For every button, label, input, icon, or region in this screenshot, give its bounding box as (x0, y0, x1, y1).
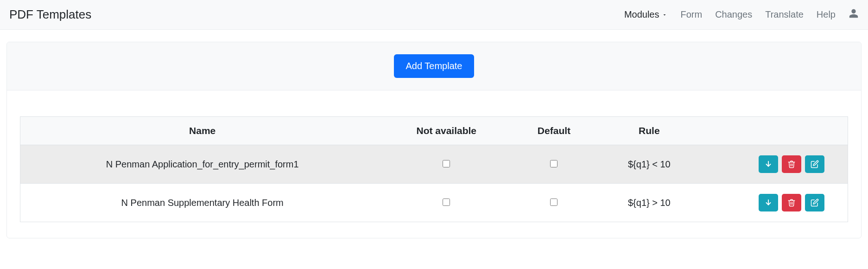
col-header-name: Name (20, 117, 385, 145)
nav-help[interactable]: Help (817, 9, 836, 20)
not-available-checkbox[interactable] (443, 199, 450, 206)
trash-icon (787, 160, 796, 168)
card-body: Name Not available Default Rule N Penman… (7, 90, 861, 238)
cell-actions (699, 145, 848, 184)
row-actions (704, 155, 842, 173)
cell-name: N Penman Application_for_entry_permit_fo… (20, 145, 385, 184)
page-title: PDF Templates (9, 7, 91, 22)
delete-button[interactable] (782, 194, 801, 211)
nav-modules-label: Modules (624, 9, 659, 20)
row-actions (704, 194, 842, 211)
cell-default (508, 184, 599, 222)
topbar: PDF Templates Modules Form Changes Trans… (0, 0, 868, 30)
trash-icon (787, 199, 796, 207)
col-header-not-available: Not available (384, 117, 508, 145)
topbar-nav: Modules Form Changes Translate Help (624, 8, 859, 21)
cell-actions (699, 184, 848, 222)
download-button[interactable] (759, 194, 778, 211)
add-template-button[interactable]: Add Template (394, 54, 475, 78)
cell-not-available (384, 184, 508, 222)
edit-button[interactable] (805, 194, 824, 211)
col-header-actions (699, 117, 848, 145)
nav-changes[interactable]: Changes (715, 9, 752, 20)
edit-icon (811, 160, 819, 168)
cell-rule: ${q1} < 10 (600, 145, 699, 184)
templates-table: Name Not available Default Rule N Penman… (20, 116, 848, 222)
content: Add Template Name Not available Default … (0, 30, 868, 238)
nav-translate[interactable]: Translate (765, 9, 804, 20)
delete-button[interactable] (782, 155, 801, 173)
cell-default (508, 145, 599, 184)
cell-name: N Penman Supplementary Health Form (20, 184, 385, 222)
user-icon[interactable] (849, 8, 859, 21)
nav-modules[interactable]: Modules (624, 9, 668, 20)
default-checkbox[interactable] (550, 199, 558, 206)
table-row: N Penman Supplementary Health Form ${q1}… (20, 184, 848, 222)
caret-down-icon (662, 9, 667, 20)
cell-not-available (384, 145, 508, 184)
col-header-default: Default (508, 117, 599, 145)
default-checkbox[interactable] (550, 160, 558, 167)
templates-card: Add Template Name Not available Default … (6, 42, 862, 238)
edit-button[interactable] (805, 155, 824, 173)
download-button[interactable] (759, 155, 778, 173)
card-header: Add Template (7, 42, 861, 90)
download-icon (764, 160, 773, 168)
edit-icon (811, 199, 819, 207)
table-header-row: Name Not available Default Rule (20, 117, 848, 145)
not-available-checkbox[interactable] (443, 160, 450, 167)
col-header-rule: Rule (600, 117, 699, 145)
cell-rule: ${q1} > 10 (600, 184, 699, 222)
table-row: N Penman Application_for_entry_permit_fo… (20, 145, 848, 184)
download-icon (764, 199, 773, 207)
nav-form[interactable]: Form (680, 9, 702, 20)
